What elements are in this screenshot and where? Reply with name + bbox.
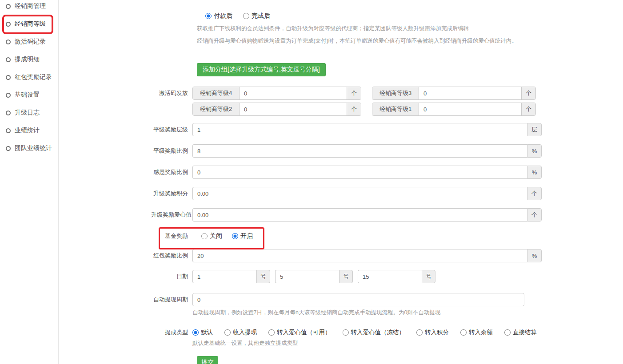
description-line-2: 经销商升级与爱心值购物赠送均设置为订单完成(支付)时，本笔订单赠送的爱心值有可能… (197, 37, 595, 44)
field-label: 红包奖励比例 (151, 249, 192, 262)
radio-label: 关闭 (210, 232, 222, 240)
radio-label: 转入爱心值（冻结） (351, 328, 405, 336)
unit-addon: % (527, 144, 542, 158)
radio-icon[interactable] (232, 233, 238, 239)
field-label: 平级奖励层级 (151, 123, 192, 136)
upgrade-reward-love-input[interactable] (192, 208, 527, 222)
activation-level3-input[interactable] (419, 87, 521, 99)
radio-icon[interactable] (224, 329, 231, 336)
radio-commission-love-frozen[interactable]: 转入爱心值（冻结） (343, 328, 405, 336)
sidebar-item-performance-stats[interactable]: 业绩统计 (0, 126, 58, 135)
sidebar: 经销商管理 经销商等级 激活码记录 提成明细 红包奖励记录 基础设置 升级日志 (0, 0, 59, 364)
field-label: 平级奖励比例 (151, 144, 192, 158)
form-row-gratitude-reward-ratio: 感恩奖励比例 % (151, 166, 595, 179)
radio-label: 转入爱心值（可用） (277, 328, 331, 336)
commission-type-radio-group: 默认 收入提现 转入爱心值（可用） 转入爱心值（冻结） (192, 328, 537, 337)
unit-addon: 个 (347, 103, 361, 115)
radio-label: 付款后 (214, 12, 232, 20)
radio-commission-points[interactable]: 转入积分 (416, 328, 449, 336)
radio-label: 完成后 (252, 12, 270, 20)
unit-addon: % (527, 166, 542, 179)
redpacket-ratio-input[interactable] (192, 249, 527, 262)
date-2-input[interactable] (275, 270, 339, 283)
field-label: 基金奖励 (151, 229, 192, 243)
radio-commission-default[interactable]: 默认 (192, 328, 213, 336)
radio-after-payment[interactable]: 付款后 (205, 12, 232, 20)
unit-addon: 个 (347, 87, 361, 99)
unit-addon: 个 (527, 187, 542, 200)
upgrade-reward-points-input[interactable] (192, 187, 527, 200)
radio-icon[interactable] (343, 329, 349, 336)
circle-icon (6, 57, 11, 62)
radio-icon[interactable] (201, 233, 208, 239)
sidebar-item-commission-details[interactable]: 提成明细 (0, 55, 58, 64)
radio-commission-balance[interactable]: 转入余额 (460, 328, 493, 336)
sidebar-item-label: 基础设置 (15, 91, 40, 99)
sidebar-item-label: 提成明细 (15, 55, 40, 63)
circle-icon (6, 128, 11, 133)
sidebar-item-dealer-level[interactable]: 经销商等级 (0, 20, 58, 28)
add-group-button[interactable]: 添加分组[选择升级方式编号,英文逗号分隔] (197, 63, 326, 76)
radio-label: 直接结算 (513, 328, 537, 336)
unit-addon: 个 (527, 208, 542, 222)
unit-addon: % (527, 249, 542, 262)
sidebar-item-redpacket-records[interactable]: 红包奖励记录 (0, 73, 58, 82)
date-inputs: 号 号 号 (192, 270, 435, 283)
sidebar-item-team-performance-stats[interactable]: 团队业绩统计 (0, 144, 58, 153)
field-label: 升级奖励爱心值 (151, 208, 192, 222)
sidebar-item-label: 红包奖励记录 (15, 73, 52, 81)
sidebar-item-basic-settings[interactable]: 基础设置 (0, 91, 58, 99)
activation-group-level2: 经销商等级2 个 (192, 103, 361, 116)
radio-commission-direct-settle[interactable]: 直接结算 (504, 328, 537, 336)
field-label: 提成类型 (151, 328, 192, 347)
field-label: 激活码发放 (151, 87, 192, 116)
radio-fund-off[interactable]: 关闭 (201, 232, 222, 240)
field-label: 日期 (151, 270, 192, 283)
radio-icon[interactable] (268, 329, 275, 336)
circle-icon (6, 146, 11, 151)
radio-icon[interactable] (205, 13, 212, 19)
activation-level1-input[interactable] (419, 103, 521, 115)
circle-icon (6, 4, 11, 9)
unit-addon: 个 (521, 103, 535, 115)
sidebar-item-activation-code-records[interactable]: 激活码记录 (0, 37, 58, 46)
date-1-input[interactable] (192, 270, 256, 283)
date-group-3: 号 (358, 270, 435, 283)
unit-addon: 号 (339, 270, 353, 283)
form-row-dates: 日期 号 号 号 (151, 270, 595, 283)
activation-level4-input[interactable] (240, 87, 347, 99)
radio-icon[interactable] (460, 329, 467, 336)
sidebar-item-label: 激活码记录 (15, 38, 46, 46)
radio-icon[interactable] (192, 329, 199, 336)
peer-reward-level-input[interactable] (192, 123, 527, 136)
sidebar-item-label: 经销商等级 (15, 20, 46, 28)
unit-addon: 号 (256, 270, 270, 283)
radio-commission-income-withdraw[interactable]: 收入提现 (224, 328, 257, 336)
sidebar-item-dealer-management[interactable]: 经销商管理 (0, 2, 58, 11)
radio-label: 默认 (201, 328, 213, 336)
auto-withdraw-input[interactable] (192, 293, 524, 306)
date-group-2: 号 (275, 270, 353, 283)
sidebar-item-upgrade-log[interactable]: 升级日志 (0, 108, 58, 117)
radio-icon[interactable] (504, 329, 511, 336)
circle-icon (6, 75, 11, 80)
radio-icon[interactable] (416, 329, 423, 336)
radio-commission-love-available[interactable]: 转入爱心值（可用） (268, 328, 331, 336)
form-row-peer-reward-level: 平级奖励层级 层 (151, 123, 595, 136)
activation-group-level1: 经销商等级1 个 (372, 103, 536, 116)
date-3-input[interactable] (358, 270, 422, 283)
circle-icon (6, 22, 11, 27)
field-label: 感恩奖励比例 (151, 166, 192, 179)
form-row-peer-reward-ratio: 平级奖励比例 % (151, 144, 595, 158)
radio-after-completion[interactable]: 完成后 (243, 12, 270, 20)
peer-reward-ratio-input[interactable] (192, 144, 527, 158)
submit-button[interactable]: 提交 (197, 356, 218, 364)
gratitude-reward-ratio-input[interactable] (192, 166, 527, 179)
radio-fund-on[interactable]: 开启 (232, 232, 253, 240)
radio-label: 转入积分 (425, 328, 449, 336)
form-row-auto-withdraw: 自动提现周期 自动提现周期，例如设置7日，则在每月每n天该等级经销商自动完成手动… (151, 293, 595, 316)
form-row-upgrade-reward-points: 升级奖励积分 个 (151, 187, 595, 200)
activation-groups: 经销商等级4 个 经销商等级3 个 经销商等级2 个 经销商等级1 (192, 87, 536, 116)
activation-level2-input[interactable] (240, 103, 347, 115)
radio-icon[interactable] (243, 13, 249, 19)
